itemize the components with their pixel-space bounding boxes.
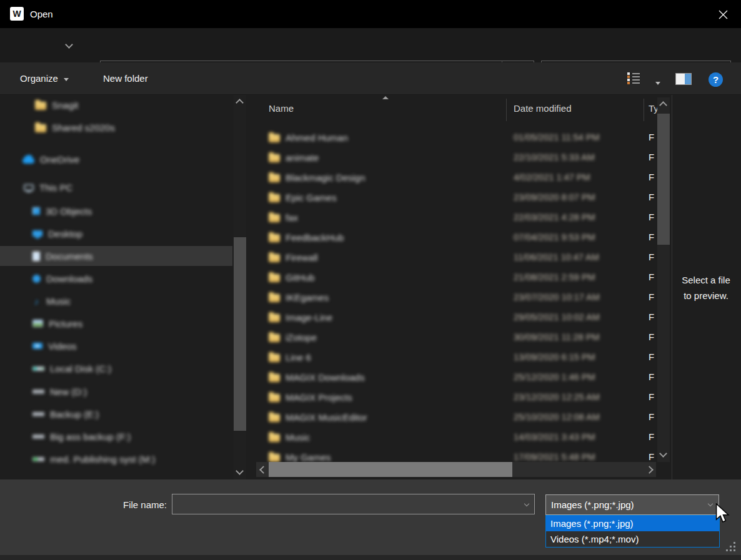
sidebar-item-med-publishing-syst-m[interactable]: med. Publishing syst (M:)	[0, 449, 232, 469]
column-header-name[interactable]: Name	[269, 103, 294, 114]
folder-icon	[269, 154, 280, 162]
file-row-firewall[interactable]: Firewall11/06/2021 10:47 AMF	[256, 247, 656, 267]
sidebar-item-videos[interactable]: Videos	[0, 336, 232, 356]
sidebar-item-documents[interactable]: Documents	[0, 246, 232, 266]
file-name-dropdown-chevron-icon[interactable]	[524, 501, 529, 506]
file-row-ikegames[interactable]: IKEgames23/07/2020 10:17 AMF	[256, 287, 656, 307]
date-modified-cell: 29/05/2021 10:02 AM	[514, 307, 600, 327]
title-bar: W Open	[0, 0, 741, 28]
type-cell: F	[649, 147, 654, 167]
dropdown-caret-icon	[64, 78, 69, 81]
date-modified-cell: 13/09/2020 6:15 PM	[514, 347, 595, 367]
sidebar-scrollbar-thumb[interactable]	[234, 237, 246, 431]
preview-message-line1: Select a file	[673, 272, 739, 288]
sidebar-item-new-d[interactable]: New (D:)	[0, 381, 232, 401]
file-row-github[interactable]: GitHub21/08/2021 2:59 PMF	[256, 267, 656, 287]
file-row-my-games[interactable]: My Games17/09/2021 5:48 PMF	[256, 447, 656, 462]
file-name-combobox[interactable]	[172, 494, 535, 514]
file-row-izotope[interactable]: iZotope30/09/2021 11:28 PMF	[256, 327, 656, 347]
scroll-left-icon[interactable]	[259, 466, 267, 474]
scroll-down-icon[interactable]	[236, 467, 244, 475]
file-name-cell: fax	[269, 207, 298, 227]
sidebar-item-downloads[interactable]: Downloads	[0, 268, 232, 288]
file-name-input[interactable]	[175, 495, 515, 514]
date-modified-cell: 23/09/2020 8:07 PM	[514, 187, 595, 207]
type-cell: F	[649, 367, 654, 387]
file-row-image-line[interactable]: Image-Line29/05/2021 10:02 AMF	[256, 307, 656, 327]
sidebar-item-label: Big ass backup (F:)	[50, 431, 131, 442]
sidebar-item-desktop[interactable]: Desktop	[0, 224, 232, 243]
column-separator[interactable]	[644, 99, 644, 121]
scroll-up-icon[interactable]	[659, 101, 667, 109]
sidebar-item-snagit[interactable]: Snagit	[0, 95, 232, 115]
file-row-ahmed-human[interactable]: Ahmed Human01/05/2021 11:54 PMF	[256, 127, 656, 147]
file-name-cell: iZotope	[269, 327, 317, 347]
file-row-magix-projects[interactable]: MAGIX Projects23/12/2020 12:25 AMF	[256, 387, 656, 407]
pc-icon	[24, 184, 34, 191]
recent-locations-chevron-icon[interactable]	[65, 41, 73, 49]
preview-pane-button[interactable]	[675, 73, 692, 85]
organize-button[interactable]: Organize	[20, 62, 69, 95]
file-row-fax[interactable]: fax22/03/2021 4:28 PMF	[256, 207, 656, 227]
file-row-music[interactable]: Music14/03/2021 3:43 PMF	[256, 427, 656, 447]
folder-icon	[35, 124, 46, 132]
sidebar-item-music[interactable]: ♪Music	[0, 291, 232, 311]
view-options-caret[interactable]	[650, 77, 660, 89]
file-row-animate[interactable]: animate22/10/2021 5:33 AMF	[256, 147, 656, 167]
file-row-feedbackhub[interactable]: FeedbackHub07/04/2021 9:53 PMF	[256, 227, 656, 247]
list-horizontal-scrollbar[interactable]	[256, 462, 656, 477]
sidebar-item-shared-s2020s[interactable]: Shared s2020s	[0, 117, 232, 137]
list-vertical-scrollbar[interactable]	[657, 97, 670, 462]
file-type-option-videos-mp4-mov[interactable]: Videos (*.mp4;*.mov)	[546, 531, 719, 547]
monitor-icon	[32, 230, 42, 237]
help-button[interactable]: ?	[709, 72, 723, 87]
date-modified-cell: 01/05/2021 11:54 PM	[514, 127, 600, 147]
sidebar-item-3d-objects[interactable]: 3D Objects	[0, 201, 232, 221]
close-button[interactable]	[712, 5, 734, 24]
type-cell: F	[649, 427, 654, 447]
type-cell: F	[649, 187, 654, 207]
file-row-line-6[interactable]: Line 613/09/2020 6:15 PMF	[256, 347, 656, 367]
sidebar-item-onedrive[interactable]: OneDrive	[0, 149, 232, 169]
scroll-down-icon[interactable]	[659, 449, 667, 458]
folder-icon	[269, 294, 280, 302]
sidebar-item-label: med. Publishing syst (M:)	[50, 454, 155, 464]
sidebar-item-pictures[interactable]: Pictures	[0, 313, 232, 333]
list-scrollbar-thumb[interactable]	[657, 114, 670, 245]
scroll-up-icon[interactable]	[236, 99, 244, 107]
date-modified-cell: 07/04/2021 9:53 PM	[514, 227, 595, 247]
horizontal-scrollbar-thumb[interactable]	[269, 462, 512, 477]
sidebar-item-backup-e[interactable]: Backup (E:)	[0, 404, 232, 424]
drive-gray-icon	[32, 435, 44, 439]
word-app-icon: W	[10, 7, 24, 21]
sidebar-item-label: Downloads	[46, 273, 92, 284]
new-folder-button[interactable]: New folder	[103, 62, 148, 95]
sidebar-item-label: Local Disk (C:)	[50, 363, 111, 374]
date-modified-cell: 21/08/2021 2:59 PM	[514, 267, 595, 287]
file-row-magix-musiceditor[interactable]: MAGIX MusicEditor25/10/2020 12:08 AMF	[256, 407, 656, 427]
sidebar-tree: SnagitShared s2020sOneDriveThis PC3D Obj…	[0, 95, 232, 479]
file-row-blackmagic-design[interactable]: Blackmagic Design4/02/2021 1:47 PMF	[256, 167, 656, 187]
file-name-cell: Firewall	[269, 247, 318, 267]
file-type-combobox[interactable]: Images (*.png;*.jpg)	[545, 494, 719, 515]
type-cell: F	[649, 227, 654, 247]
sidebar-item-local-disk-c[interactable]: Local Disk (C:)	[0, 358, 232, 378]
change-view-button[interactable]	[627, 72, 641, 85]
file-row-epic-games[interactable]: Epic Games23/09/2020 8:07 PMF	[256, 187, 656, 207]
close-icon	[718, 9, 729, 20]
file-row-magix-downloads[interactable]: MAGIX Downloads25/12/2020 1:46 PMF	[256, 367, 656, 387]
date-modified-cell: 25/12/2020 1:46 PM	[514, 367, 595, 387]
scroll-right-icon[interactable]	[645, 466, 654, 474]
sidebar-item-this-pc[interactable]: This PC	[0, 177, 232, 197]
type-cell: F	[649, 127, 654, 147]
file-type-chevron-icon	[708, 501, 713, 506]
column-header-date-modified[interactable]: Date modified	[514, 103, 572, 114]
folder-icon	[269, 134, 280, 142]
sidebar-scrollbar[interactable]	[234, 95, 246, 479]
resize-grip[interactable]	[726, 542, 736, 552]
file-type-option-images-png-jpg[interactable]: Images (*.png;*.jpg)	[546, 516, 719, 531]
folder-icon	[269, 434, 280, 442]
column-separator[interactable]	[506, 99, 507, 121]
sidebar-item-big-ass-backup-f[interactable]: Big ass backup (F:)	[0, 426, 232, 446]
documents-icon	[32, 252, 40, 261]
